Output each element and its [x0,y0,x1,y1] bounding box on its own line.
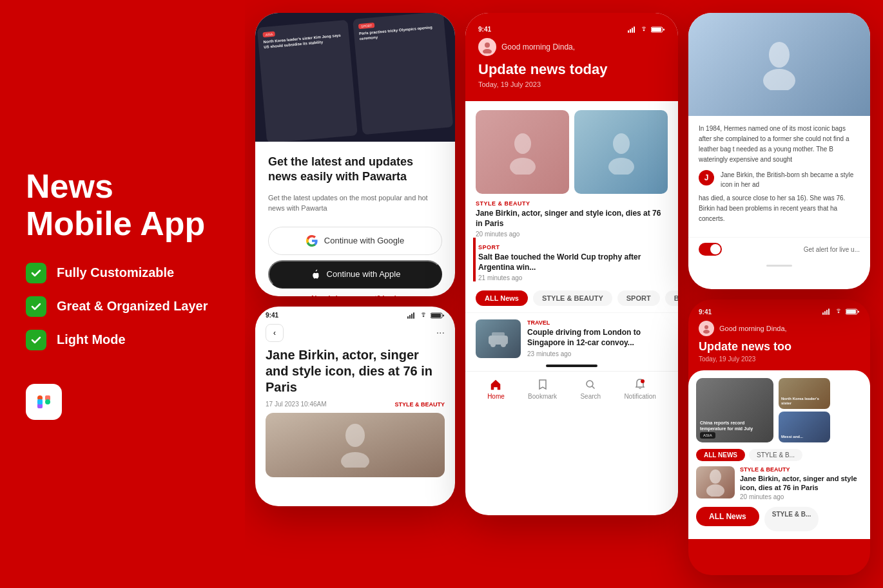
feature-text-3: Light Mode [57,332,126,347]
home2-signal-icon [822,308,831,315]
back-button[interactable]: ‹ [266,324,284,342]
svg-point-4 [45,399,50,404]
svg-point-26 [608,158,634,175]
status-time: 9:41 [266,312,278,319]
home2-person-img [704,468,727,497]
news-cards-preview: ASIA North Korea leader's sister Kim Jon… [257,13,454,142]
home2-time: 9:41 [699,308,712,316]
tab-business[interactable]: BUSIN... [665,290,678,306]
news-image-card-1[interactable] [476,110,569,194]
nav-search-label: Search [580,393,601,400]
home2-greeting-row: Good morning Dinda, [699,321,860,336]
alert-text: Get alert for live u... [804,246,860,253]
carousel-main-card[interactable]: China reports record temperature for mid… [696,378,773,442]
svg-rect-16 [632,28,633,33]
svg-point-34 [763,69,795,90]
style-filter-btn[interactable]: STYLE & B... [764,507,819,531]
news-list-item-1[interactable]: TRAVEL Couple driving from London to Sin… [465,312,678,365]
nav-home[interactable]: Home [487,378,505,400]
apple-signin-button[interactable]: Continue with Apple [268,260,442,289]
phone-detail-partial: In 1984, Hermes named one of its most ic… [688,13,870,289]
feature-lightmode: Light Mode [26,330,219,350]
home2-article-row[interactable]: STYLE & BEAUTY Jane Birkin, actor, singe… [696,466,862,501]
phone-article: 9:41 ‹ ··· Jane Birkin, actor, singer an… [255,307,455,506]
nav-notification[interactable]: Notification [624,378,655,400]
home2-tab-style[interactable]: STYLE & B... [749,449,802,461]
apple-btn-label: Continue with Apple [327,269,401,279]
svg-point-22 [483,49,492,53]
news-time-1: 20 minutes ago [465,229,678,238]
news-image-card-2[interactable] [574,110,668,194]
home2-header: 9:41 Good morning Dinda, Update news too… [688,299,870,370]
home2-greeting: Good morning Dinda, [719,325,787,332]
svg-rect-14 [628,30,629,33]
user-avatar [478,38,496,56]
svg-point-13 [341,452,369,468]
feature-text-1: Fully Customizable [57,265,174,280]
carousel-small-card-2[interactable]: Messi and... [779,412,830,442]
avatar-icon [481,41,494,53]
nav-search[interactable]: Search [580,378,601,400]
right-area: ASIA North Korea leader's sister Kim Jon… [245,0,883,588]
home-greeting-row: Good morning Dinda, [478,38,665,56]
news-category-1: STYLE & BEAUTY [465,194,678,209]
svg-rect-11 [443,314,444,316]
svg-point-33 [769,42,790,68]
carousel-small-card-1[interactable]: North Korea leader's sister [779,378,830,409]
detail-alert-row: Get alert for live u... [688,237,870,261]
news-carousel: China reports record temperature for mid… [696,378,862,442]
news-list-content-1: TRAVEL Couple driving from London to Sin… [527,319,668,358]
battery-icon [431,312,445,319]
svg-point-29 [490,342,496,347]
home2-avatar-icon [701,323,712,334]
detail-text-1: In 1984, Hermes named one of its most ic… [699,124,860,165]
preview-card-2: SPORT Paris practises tricky Olympics op… [353,13,453,135]
svg-rect-35 [822,312,824,315]
svg-point-43 [703,330,710,334]
tab-style[interactable]: STYLE & BEAUTY [533,290,612,306]
tab-all-news[interactable]: ALL News [476,290,528,306]
svg-rect-7 [411,314,412,319]
article-main-title: Jane Birkin, actor, singer and style ico… [255,347,455,401]
login-link[interactable]: Login [383,295,400,296]
news-list-time-1: 23 minutes ago [527,350,668,357]
signal-icon [407,312,416,319]
home2-tab-allnews[interactable]: ALL NEWS [696,449,745,461]
google-signin-button[interactable]: Continue with Google [268,227,442,255]
status-bar-home: 9:41 [478,23,665,38]
svg-rect-15 [630,29,631,33]
detail-content: In 1984, Hermes named one of its most ic… [688,116,870,237]
home2-article-time: 20 minutes ago [740,493,862,500]
check-icon-3 [26,330,46,350]
google-btn-label: Continue with Google [324,236,404,245]
person-img-2 [605,129,637,175]
alert-toggle[interactable] [699,243,722,256]
byline-text: Jane Birkin, the British-born sh became … [721,170,860,189]
bookmark-nav-icon [536,378,549,391]
article-hero-image [266,413,445,477]
search-nav-icon [584,378,597,391]
more-button[interactable]: ··· [436,327,445,339]
svg-point-21 [485,43,490,48]
home2-status-icons [822,308,860,316]
home-status-time: 9:41 [478,26,491,33]
svg-rect-36 [824,311,826,315]
carousel-main-text: China reports record temperature for mid… [700,420,770,432]
nav-bookmark[interactable]: Bookmark [528,378,557,400]
feature-customizable: Fully Customizable [26,263,219,283]
tab-sport[interactable]: SPORT [617,290,660,306]
svg-point-44 [710,469,721,484]
all-news-button[interactable]: ALL News [696,507,759,526]
home-signal-icon [628,26,637,33]
home-nav-icon [489,378,502,391]
svg-rect-5 [407,316,409,319]
check-icon-2 [26,296,46,317]
person-img-1 [507,129,539,175]
news-list-title-1: Couple driving from London to Singapore … [527,328,668,348]
svg-point-24 [510,158,536,175]
scroll-indicator [766,265,792,267]
onboard-content: Get the latest and updates news easily w… [255,142,455,296]
svg-rect-8 [413,312,414,319]
car-icon [485,326,511,352]
home2-date: Today, 19 July 2023 [699,356,860,363]
